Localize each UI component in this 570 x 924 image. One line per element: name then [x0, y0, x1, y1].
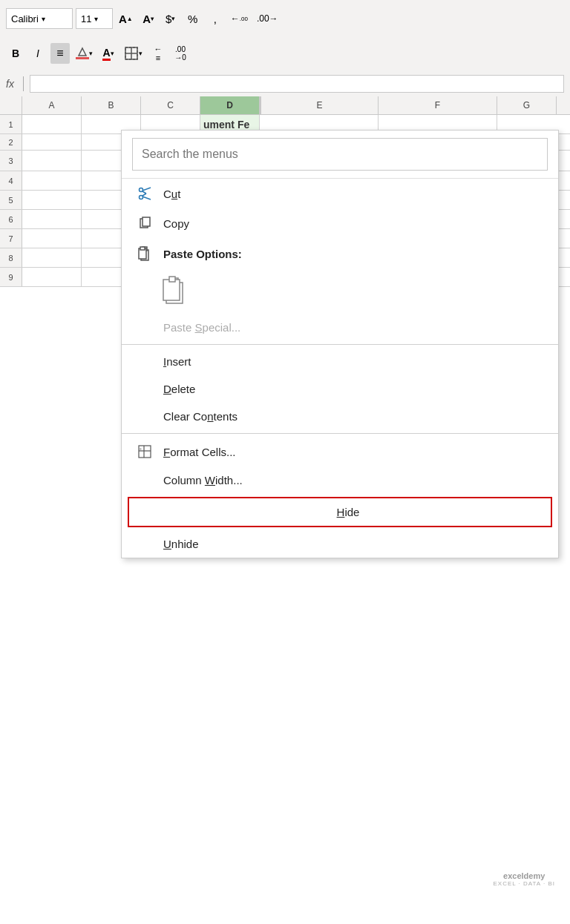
menu-item-unhide[interactable]: Unhide: [122, 530, 558, 558]
cell-a2[interactable]: [22, 134, 82, 150]
row-number: 8: [0, 248, 22, 267]
cell-a9[interactable]: [22, 268, 82, 286]
svg-rect-21: [169, 277, 175, 282]
col-header-a[interactable]: A: [22, 96, 82, 114]
row-number: 9: [0, 268, 22, 286]
col-header-d[interactable]: D: [200, 96, 260, 114]
fx-label: fx: [6, 78, 14, 90]
size-dropdown-icon[interactable]: ▾: [94, 15, 98, 23]
borders-icon: [124, 46, 139, 61]
decrease-indent-button[interactable]: ←≡: [148, 43, 168, 64]
paste-options-icons-row: [122, 269, 558, 314]
svg-line-11: [142, 194, 146, 196]
menu-item-column-width[interactable]: Column Width...: [122, 466, 558, 494]
cut-label: Cut: [163, 188, 180, 200]
cell-a3[interactable]: [22, 151, 82, 171]
percent-button[interactable]: %: [183, 8, 203, 29]
col-header-g[interactable]: G: [497, 96, 557, 114]
cell-a7[interactable]: [22, 229, 82, 248]
format-cells-icon: ≡: [137, 444, 153, 459]
paste-special-label: Paste Special...: [163, 321, 240, 334]
formula-input[interactable]: [30, 75, 564, 93]
cut-icon: [137, 186, 153, 201]
menu-search-input[interactable]: [132, 138, 548, 171]
insert-label: Insert: [163, 355, 191, 368]
row-number: 6: [0, 210, 22, 228]
italic-button[interactable]: I: [28, 43, 48, 64]
divider-2: [122, 433, 558, 434]
format-cells-label: Format Cells...: [163, 446, 236, 458]
paste-clipboard-icon: [162, 274, 194, 306]
search-box-row: [122, 131, 558, 179]
dollar-button[interactable]: $▾: [161, 8, 180, 29]
svg-rect-1: [76, 57, 89, 59]
font-size-label: 11: [81, 13, 91, 24]
svg-line-8: [142, 188, 151, 191]
cell-a8[interactable]: [22, 248, 82, 267]
row-number: 5: [0, 191, 22, 209]
watermark: exceldemy EXCEL · DATA · BI: [493, 871, 555, 887]
svg-point-7: [140, 196, 143, 199]
svg-marker-0: [79, 48, 86, 56]
menu-item-paste-special[interactable]: Paste Special...: [122, 314, 558, 341]
font-name-label: Calibri: [11, 13, 39, 24]
col-header-c[interactable]: C: [141, 96, 200, 114]
cell-a5[interactable]: [22, 191, 82, 209]
fill-color-button[interactable]: ▾: [73, 43, 96, 64]
unhide-label: Unhide: [163, 538, 199, 550]
col-header-f[interactable]: F: [379, 96, 497, 114]
paste-options-label: Paste Options:: [163, 248, 242, 260]
fill-color-icon: [76, 47, 89, 60]
toolbar-row1: Calibri ▾ 11 ▾ A▲ A▾ $▾ % , ←.00 .00→: [0, 0, 570, 37]
row-number: 7: [0, 229, 22, 248]
row-number: 4: [0, 171, 22, 190]
font-name-selector[interactable]: Calibri ▾: [6, 8, 73, 29]
watermark-brand: exceldemy: [493, 871, 555, 880]
cell-a6[interactable]: [22, 210, 82, 228]
svg-point-6: [140, 188, 143, 192]
column-headers: A B C D E F G: [0, 96, 570, 115]
decrease-decimal-button[interactable]: ←.00: [228, 8, 251, 29]
formula-bar: fx: [0, 70, 570, 97]
borders-button[interactable]: ▾: [121, 43, 145, 64]
align-center-button[interactable]: ≡: [50, 43, 70, 64]
delete-label: Delete: [163, 383, 195, 395]
formula-bar-divider: [23, 76, 24, 91]
font-dropdown-icon[interactable]: ▾: [42, 15, 45, 23]
paste-icon: [137, 245, 153, 262]
column-width-label: Column Width...: [163, 474, 243, 486]
comma-button[interactable]: ,: [206, 8, 225, 29]
menu-item-copy[interactable]: Copy: [122, 208, 558, 238]
watermark-tagline: EXCEL · DATA · BI: [493, 880, 555, 887]
font-color-button[interactable]: A ▾: [99, 43, 118, 64]
font-size-selector[interactable]: 11 ▾: [76, 8, 113, 29]
menu-item-format-cells[interactable]: ≡ Format Cells...: [122, 437, 558, 466]
menu-item-delete[interactable]: Delete: [122, 375, 558, 403]
context-menu: Cut Copy Paste Options:: [121, 130, 559, 558]
cell-a4[interactable]: [22, 171, 82, 190]
copy-label: Copy: [163, 217, 189, 230]
menu-item-hide[interactable]: Hide: [128, 497, 552, 527]
increase-font-button[interactable]: A▲: [116, 8, 136, 29]
svg-line-9: [142, 197, 151, 199]
menu-item-clear-contents[interactable]: Clear Contents: [122, 403, 558, 430]
col-header-b[interactable]: B: [82, 96, 141, 114]
svg-rect-17: [140, 247, 145, 250]
row-number: 1: [0, 115, 22, 133]
divider-1: [122, 344, 558, 345]
fill-color-dropdown-icon: ▾: [89, 50, 93, 57]
increase-decimal-button[interactable]: .00→: [254, 8, 281, 29]
menu-item-paste-options[interactable]: Paste Options:: [122, 238, 558, 269]
decrease-font-button[interactable]: A▾: [139, 8, 158, 29]
clear-contents-label: Clear Contents: [163, 410, 238, 423]
number-format-button[interactable]: .00→0: [171, 43, 190, 64]
svg-rect-20: [163, 280, 180, 300]
bold-button[interactable]: B: [6, 43, 25, 64]
copy-icon: [137, 216, 153, 231]
col-header-e[interactable]: E: [260, 96, 379, 114]
svg-text:≡: ≡: [140, 446, 142, 451]
menu-item-cut[interactable]: Cut: [122, 179, 558, 208]
row-header-spacer: [0, 96, 22, 114]
menu-item-insert[interactable]: Insert: [122, 348, 558, 375]
cell-a1[interactable]: [22, 115, 82, 133]
